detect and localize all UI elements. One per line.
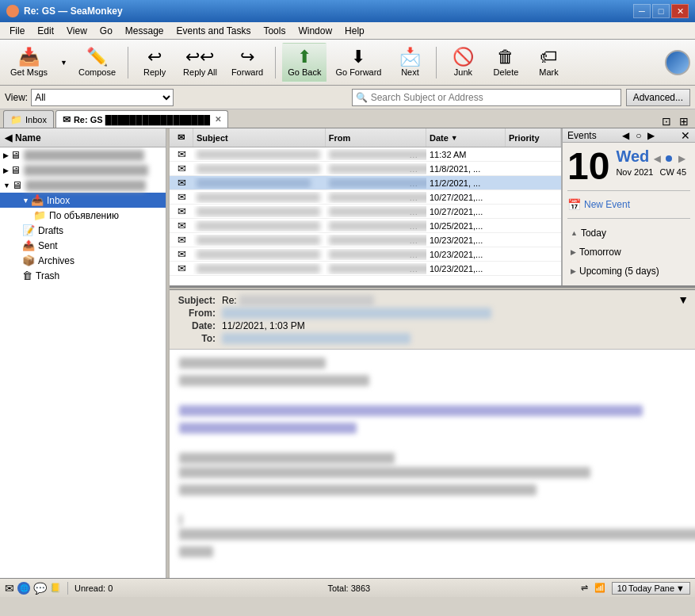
tab-expand-icon[interactable]: ⊡ (659, 115, 674, 128)
mark-button[interactable]: 🏷 Mark (529, 43, 568, 82)
menu-window[interactable]: Window (292, 24, 338, 38)
msg-row-9[interactable]: ✉ ████████████████████ █████████████████… (170, 262, 561, 276)
calendar-section-today: ▲ Today (567, 224, 690, 243)
folder-item-acct3[interactable]: ▼ 🖥 inf ████████████████ (0, 178, 166, 193)
reply-all-button[interactable]: ↩↩ Reply All (178, 43, 223, 82)
reply-button[interactable]: ↩ Reply (135, 43, 174, 82)
calendar-close-button[interactable]: ✕ (681, 129, 690, 142)
get-msgs-button[interactable]: 📥 Get Msgs (5, 43, 53, 82)
new-event-button[interactable]: 📅 New Event (567, 196, 690, 213)
folder-item-trash[interactable]: 🗑 Trash (0, 268, 166, 283)
preview-spacer-3 (179, 500, 685, 510)
msg-col-priority-header[interactable]: Priority (506, 128, 561, 147)
folder-item-sent[interactable]: 📤 Sent (0, 238, 166, 253)
mark-label: Mark (539, 67, 558, 77)
forward-button[interactable]: ↪ Forward (226, 43, 269, 82)
msg-row-6[interactable]: ✉ ████████████████████ █████████████████… (170, 219, 561, 233)
go-forward-button[interactable]: ⬇ Go Forward (330, 43, 387, 82)
folder-item-inbox[interactable]: ▼ 📥 Inbox (0, 193, 166, 208)
folder-item-drafts[interactable]: 📝 Drafts (0, 223, 166, 238)
folder-expand-inbox[interactable]: ▼ (22, 197, 29, 205)
preview-subject-row: Subject: Re: ████████████████████ ▼ (176, 293, 689, 306)
menu-file[interactable]: File (3, 24, 31, 38)
folder-item-acct2[interactable]: ▶ 🖥 su█████████████████ (0, 163, 166, 178)
inbox-tab-icon: 📁 (10, 114, 22, 125)
menu-go[interactable]: Go (94, 24, 119, 38)
calendar-tomorrow-item[interactable]: ▶ Tomorrow (567, 244, 690, 260)
search-input[interactable] (371, 92, 617, 103)
folder-label-sent: Sent (38, 240, 58, 251)
cal-nav-prev[interactable]: ◀ (620, 130, 632, 141)
folder-expand-acct2[interactable]: ▶ (3, 166, 9, 174)
cal-nav-dot-left[interactable]: ◀ (654, 154, 660, 163)
msg-row-3[interactable]: ✉ ████ Re: GS █████████ ████████████████… (170, 176, 561, 190)
folder-item-archives[interactable]: 📦 Archives (0, 253, 166, 268)
status-chat-icon[interactable]: 💬 (33, 582, 47, 595)
msg-col-from-header[interactable]: From (326, 128, 426, 147)
app-icon (6, 5, 19, 17)
reply-icon: ↩ (147, 48, 162, 66)
cal-nav-dot-right[interactable]: ▶ (678, 154, 685, 163)
msg-priority-cell (506, 254, 561, 255)
upcoming-arrow-icon: ▶ (571, 267, 576, 275)
close-button[interactable]: ✕ (671, 4, 689, 18)
status-browser-icon: 🌐 (20, 584, 29, 592)
calendar-body: 10 Wed ◀ ▶ Nov 2021 CW 4 (563, 143, 695, 285)
msg-row-4[interactable]: ✉ ████████████████████ █████████████████… (170, 190, 561, 205)
account-icon: 🖥 (10, 149, 21, 161)
next-button[interactable]: 📩 Next (390, 43, 430, 82)
status-separator (67, 582, 68, 595)
msg-priority-cell (506, 239, 561, 241)
compose-button[interactable]: ✏️ Compose (73, 43, 121, 82)
forward-icon: ↪ (240, 48, 254, 66)
msg-col-icon-header[interactable]: ✉ (170, 128, 193, 147)
junk-button[interactable]: 🚫 Junk (443, 43, 483, 82)
calendar-today-item[interactable]: ▲ Today (567, 225, 690, 241)
status-envelope-icon[interactable]: ✉ (5, 582, 14, 595)
msg-subject-cell: ████████████████████ (193, 249, 326, 260)
tab-message[interactable]: ✉ Re: GS █████████████████ ✕ (55, 110, 228, 128)
today-pane-button[interactable]: 10 Today Pane ▼ (612, 582, 690, 595)
menu-events[interactable]: Events and Tasks (170, 24, 258, 38)
account2-icon: 🖥 (10, 164, 21, 176)
menu-tools[interactable]: Tools (257, 24, 292, 38)
menu-edit[interactable]: Edit (31, 24, 60, 38)
title-bar-text: Re: GS — SeaMonkey (24, 6, 123, 17)
cal-nav-today[interactable]: ○ (633, 130, 643, 141)
folder-expand-icon[interactable]: ◀ (5, 132, 12, 143)
msg-col-subject-header[interactable]: Subject (193, 128, 326, 147)
msg-row-5[interactable]: ✉ ████████████████████ █████████████████… (170, 205, 561, 219)
calendar-section-upcoming: ▶ Upcoming (5 days) (567, 262, 690, 281)
menu-view[interactable]: View (60, 24, 94, 38)
view-select[interactable]: All (31, 89, 174, 106)
calendar-upcoming-item[interactable]: ▶ Upcoming (5 days) (567, 263, 690, 279)
maximize-button[interactable]: □ (652, 4, 670, 18)
msg-row-7[interactable]: ✉ ████████████████████ █████████████████… (170, 233, 561, 247)
get-msgs-arrow[interactable]: ▼ (59, 59, 67, 67)
get-msgs-dropdown[interactable]: ▼ (56, 43, 70, 82)
tab-restore-icon[interactable]: ⊞ (676, 115, 692, 128)
menu-message[interactable]: Message (119, 24, 170, 38)
msg-row-2[interactable]: ✉ ████████████████████ █████████████████… (170, 162, 561, 176)
tab-close-button[interactable]: ✕ (215, 115, 221, 124)
advanced-search-button[interactable]: Advanced... (626, 89, 690, 106)
folder-item-acct1[interactable]: ▶ 🖥 inf ████████████████ (0, 147, 166, 163)
today-pane-cal-num: 10 (617, 583, 627, 593)
folder-item-subinbox[interactable]: 📁 По объявлению (0, 208, 166, 223)
preview-collapse-icon[interactable]: ▼ (678, 293, 689, 306)
msg-col-date-header[interactable]: Date ▼ (426, 128, 506, 147)
msg-row-1[interactable]: ✉ ████████████████████ █████████████████… (170, 147, 561, 162)
minimize-button[interactable]: ─ (633, 4, 651, 18)
menu-help[interactable]: Help (338, 24, 371, 38)
body-text-1: ████████ ██████ ███████ (179, 358, 326, 369)
folder-expand-acct1[interactable]: ▶ (3, 151, 9, 159)
delete-button[interactable]: 🗑 Delete (486, 43, 525, 82)
status-addressbook-icon[interactable]: 📒 (50, 583, 61, 593)
msg-icon-cell: ✉ (170, 190, 193, 204)
msg-row-8[interactable]: ✉ ████████████████████ █████████████████… (170, 247, 561, 262)
folder-expand-acct3[interactable]: ▼ (3, 182, 10, 189)
folder-panel: ◀ Name ▶ 🖥 inf ████████████████ ▶ 🖥 su██… (0, 128, 166, 578)
cal-nav-next[interactable]: ▶ (645, 130, 657, 141)
tab-inbox[interactable]: 📁 Inbox (3, 110, 54, 128)
go-back-button[interactable]: ⬆ Go Back (282, 43, 326, 82)
